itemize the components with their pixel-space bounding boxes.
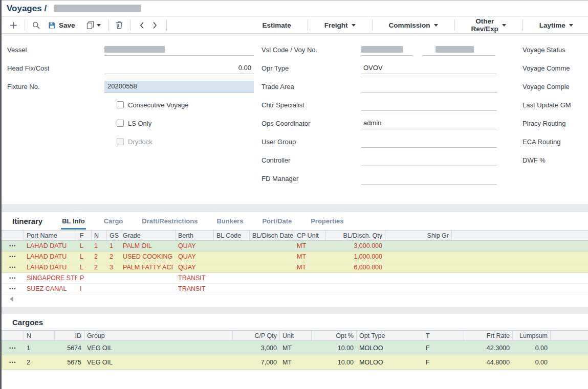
cell-ship-gr[interactable]	[385, 251, 452, 262]
cell-group[interactable]: VEG OIL	[84, 341, 233, 355]
vessel-field[interactable]	[104, 44, 254, 56]
cell-opt[interactable]: 10.00	[312, 355, 357, 369]
cell-port-name[interactable]: SUEZ CANAL	[24, 284, 77, 294]
cell-gs[interactable]	[107, 284, 120, 294]
cell-bl-code[interactable]	[214, 262, 250, 272]
cell-frt-rate[interactable]: 44.8000	[464, 355, 513, 369]
cell-berth[interactable]: QUAY	[176, 262, 214, 272]
cell-gs[interactable]: 3	[107, 262, 120, 272]
row-menu-cell[interactable]: •••	[2, 241, 24, 251]
scroll-left-arrow-icon[interactable]	[10, 296, 13, 302]
cell-bl-code[interactable]	[214, 273, 250, 283]
copy-dropdown-button[interactable]	[84, 20, 103, 30]
tab-bunkers[interactable]: Bunkers	[215, 213, 244, 230]
cell-group[interactable]: VEG OIL	[84, 355, 233, 369]
vsl-code-voy-no-field-2[interactable]	[423, 44, 495, 56]
cell-id[interactable]: 5674	[55, 341, 84, 355]
cell-bl-disch-qty[interactable]: 6,000.000	[326, 262, 385, 272]
cell-n[interactable]	[92, 284, 107, 294]
search-button[interactable]	[30, 20, 42, 30]
controller-field[interactable]	[361, 154, 497, 166]
cell-ship-gr[interactable]	[385, 241, 452, 251]
tab-port-date[interactable]: Port/Date	[261, 213, 293, 230]
cell-bl-disch-date[interactable]	[250, 284, 294, 294]
fixture-no-field[interactable]: 20200558	[104, 81, 254, 93]
laytime-menu-button[interactable]: Laytime	[528, 17, 584, 33]
head-fix-cost-field[interactable]: 0.00	[104, 62, 254, 74]
tab-properties[interactable]: Properties	[310, 213, 344, 230]
cell-bl-disch-date[interactable]	[250, 262, 294, 272]
tab-bl-info[interactable]: BL Info	[61, 213, 86, 230]
cell-ship-gr[interactable]	[385, 284, 452, 294]
cell-opt-type[interactable]: MOLOO	[357, 355, 423, 369]
cell-port-name[interactable]: SINGAPORE STRA	[24, 273, 77, 283]
estimate-button[interactable]: Estimate	[251, 17, 302, 33]
cell-f[interactable]: L	[77, 262, 92, 272]
cell-n[interactable]: 1	[92, 241, 107, 251]
cell-f[interactable]: L	[77, 251, 92, 262]
cell-c-p-qty[interactable]: 3,000	[233, 341, 280, 355]
commission-menu-button[interactable]: Commission	[378, 17, 449, 33]
cell-berth[interactable]: TRANSIT	[176, 284, 214, 294]
trade-area-field[interactable]	[361, 81, 497, 93]
cell-bl-disch-date[interactable]	[250, 251, 294, 262]
cell-bl-disch-date[interactable]	[250, 241, 294, 251]
save-button[interactable]: Save	[48, 21, 75, 29]
row-menu-cell[interactable]: •••	[2, 341, 24, 355]
itinerary-hscrollbar[interactable]	[2, 294, 588, 304]
cell-lumpsum[interactable]: 0.00	[513, 355, 551, 369]
cell-grade[interactable]	[120, 273, 176, 283]
cell-f[interactable]: I	[77, 284, 92, 294]
vsl-code-voy-no-field-1[interactable]	[361, 44, 412, 56]
cell-opt[interactable]: 10.00	[312, 341, 357, 355]
cell-ship-gr[interactable]	[385, 273, 452, 283]
cell-port-name[interactable]: LAHAD DATU	[24, 241, 77, 251]
cell-bl-code[interactable]	[214, 241, 250, 251]
cell-port-name[interactable]: LAHAD DATU	[24, 262, 77, 272]
cell-bl-code[interactable]	[214, 251, 250, 262]
cell-bl-disch-qty[interactable]: 1,000.000	[326, 251, 385, 262]
cell-bl-code[interactable]	[214, 284, 250, 294]
cell-grade[interactable]: PALM FATTY ACI	[120, 262, 176, 272]
cell-bl-disch-qty[interactable]	[326, 273, 385, 283]
cell-n[interactable]: 2	[92, 262, 107, 272]
cell-n[interactable]	[92, 273, 107, 283]
cell-berth[interactable]: TRANSIT	[176, 273, 214, 283]
row-menu-cell[interactable]: •••	[2, 273, 24, 283]
cell-f[interactable]: L	[77, 241, 92, 251]
row-menu-cell[interactable]: •••	[2, 251, 24, 262]
consecutive-voyage-checkbox[interactable]	[117, 101, 124, 108]
user-group-field[interactable]	[361, 136, 497, 148]
row-menu-cell[interactable]: •••	[2, 262, 24, 272]
opr-type-field[interactable]: OVOV	[361, 62, 497, 74]
delete-button[interactable]	[114, 20, 125, 30]
row-menu-cell[interactable]: •••	[2, 284, 24, 294]
cell-cp-unit[interactable]: MT	[294, 241, 326, 251]
cell-cp-unit[interactable]	[294, 273, 326, 283]
cell-cp-unit[interactable]	[294, 284, 326, 294]
tab-draft-restrictions[interactable]: Draft/Restrictions	[141, 213, 199, 230]
cell-frt-rate[interactable]: 42.3000	[464, 341, 513, 355]
cell-gs[interactable]	[107, 273, 120, 283]
cell-gs[interactable]: 2	[107, 251, 120, 262]
cell-berth[interactable]: QUAY	[176, 241, 214, 251]
ops-coordinator-field[interactable]: admin	[361, 118, 497, 129]
cell-ship-gr[interactable]	[385, 262, 452, 272]
cell-unit[interactable]: MT	[280, 355, 312, 369]
cell-f[interactable]: P	[77, 273, 92, 283]
cell-c-p-qty[interactable]: 7,000	[233, 355, 280, 369]
cell-bl-disch-qty[interactable]: 3,000.000	[326, 241, 385, 251]
cell-t[interactable]: F	[423, 341, 464, 355]
cell-cp-unit[interactable]: MT	[294, 251, 326, 262]
ls-only-checkbox[interactable]	[117, 120, 124, 127]
cell-bl-disch-date[interactable]	[250, 273, 294, 283]
cell-n[interactable]: 1	[24, 341, 55, 355]
next-record-button[interactable]	[148, 20, 161, 30]
tab-cargo[interactable]: Cargo	[103, 213, 124, 230]
fd-manager-field[interactable]	[361, 173, 497, 185]
new-button[interactable]	[8, 20, 19, 30]
cell-gs[interactable]: 1	[107, 241, 120, 251]
cell-grade[interactable]	[120, 284, 176, 294]
cell-cp-unit[interactable]: MT	[294, 262, 326, 272]
cell-lumpsum[interactable]: 0.00	[513, 341, 551, 355]
